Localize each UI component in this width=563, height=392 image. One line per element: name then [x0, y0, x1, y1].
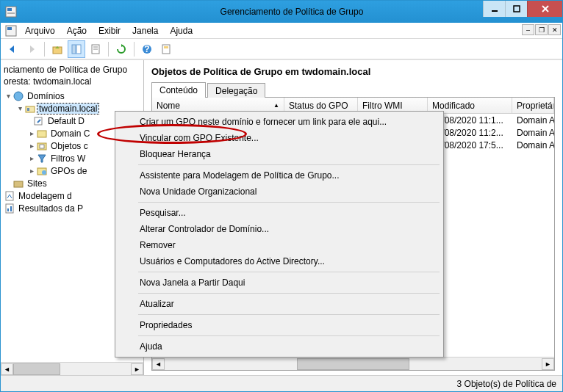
mdi-minimize-button[interactable]: – [522, 24, 534, 35]
results-icon [4, 203, 15, 214]
svg-rect-31 [7, 208, 9, 211]
cm-remover[interactable]: Remover [118, 237, 441, 253]
list-hscrollbar[interactable]: ◄ ► [152, 357, 554, 370]
cm-atualizar[interactable]: Atualizar [118, 296, 441, 312]
tree-forest: oresta: twdomain.local [1, 76, 143, 90]
cm-vincular-gpo[interactable]: Vincular com GPO Existente... [118, 130, 441, 146]
scroll-right-button[interactable]: ► [131, 363, 143, 375]
mdi-close-button[interactable]: ✕ [548, 24, 561, 35]
svg-rect-25 [40, 145, 44, 148]
starter-gpo-icon [36, 165, 48, 177]
back-button[interactable] [4, 40, 21, 58]
svg-rect-4 [514, 6, 520, 12]
cm-nova-ou[interactable]: Nova Unidade Organizacional [118, 184, 441, 200]
expand-icon[interactable]: ▸ [27, 129, 36, 137]
svg-rect-8 [7, 27, 12, 30]
svg-rect-17 [162, 45, 170, 54]
menu-exibir[interactable]: Exibir [93, 24, 126, 37]
svg-rect-32 [10, 206, 12, 211]
svg-rect-23 [37, 131, 46, 137]
collapse-icon[interactable]: ▾ [4, 92, 12, 100]
svg-rect-3 [492, 10, 498, 12]
svg-rect-30 [6, 204, 13, 213]
cm-alterar-dc[interactable]: Alterar Controlador de Domínio... [118, 221, 441, 237]
gpo-container-icon [36, 140, 48, 152]
cm-criar-gpo[interactable]: Criar um GPO neste domínio e fornecer um… [118, 114, 441, 130]
svg-rect-10 [72, 45, 76, 54]
cm-nova-janela[interactable]: Nova Janela a Partir Daqui [118, 275, 441, 291]
cm-pesquisar[interactable]: Pesquisar... [118, 205, 441, 221]
scroll-track[interactable] [165, 358, 542, 370]
minimize-button[interactable] [483, 1, 505, 17]
collapse-icon[interactable]: ▾ [15, 104, 24, 112]
maximize-button[interactable] [505, 1, 527, 17]
cm-bloquear-heranca[interactable]: Bloquear Herança [118, 146, 441, 162]
svg-rect-29 [6, 192, 13, 200]
domains-icon [12, 90, 24, 102]
svg-rect-18 [164, 46, 168, 48]
window-title: Gerenciamento de Política de Grupo [21, 7, 562, 17]
expand-icon[interactable]: ▸ [27, 142, 36, 150]
help-button[interactable]: ? [138, 40, 156, 58]
scroll-left-button[interactable]: ◄ [1, 363, 13, 375]
scroll-thumb[interactable] [13, 363, 60, 375]
expand-icon[interactable]: ▸ [27, 154, 36, 162]
toolbar: ? [1, 39, 562, 59]
svg-rect-1 [7, 8, 12, 11]
tab-conteudo[interactable]: Conteúdo [151, 82, 206, 98]
mdi-controls: – ❐ ✕ [522, 24, 561, 35]
cm-propriedades[interactable]: Propriedades [118, 317, 441, 333]
details-title: Objetos de Política de Grupo em twdomain… [147, 63, 559, 80]
menu-ajuda[interactable]: Ajuda [165, 24, 198, 37]
cm-separator [138, 293, 440, 294]
app-icon [1, 6, 21, 18]
options-button[interactable] [157, 40, 175, 58]
properties-icon[interactable] [87, 40, 104, 58]
scroll-right-button[interactable]: ► [542, 358, 554, 370]
titlebar: Gerenciamento de Política de Grupo [1, 1, 562, 23]
context-menu: Criar um GPO neste domínio e fornecer um… [115, 111, 444, 357]
col-proprietario[interactable]: Proprietário [512, 98, 554, 113]
cm-separator [138, 272, 440, 272]
forward-button[interactable] [23, 40, 40, 58]
cm-separator [138, 335, 440, 336]
sites-icon [12, 178, 24, 189]
modeling-icon [4, 190, 15, 202]
tabs: Conteúdo Delegação [151, 81, 555, 98]
app-window: Gerenciamento de Política de Grupo Arqui… [0, 0, 563, 392]
expand-icon[interactable]: ▸ [27, 167, 36, 175]
cm-assistente-modelagem[interactable]: Assistente para Modelagem de Política de… [118, 167, 441, 184]
cm-usuarios-computadores[interactable]: Usuários e Computadores do Active Direct… [118, 253, 441, 269]
scroll-left-button[interactable]: ◄ [152, 358, 165, 370]
svg-rect-20 [26, 106, 35, 112]
mdi-icon [4, 25, 18, 37]
mdi-restore-button[interactable]: ❐ [535, 24, 548, 35]
cm-separator [138, 314, 440, 315]
svg-point-19 [14, 92, 23, 101]
show-tree-button[interactable] [68, 40, 85, 58]
svg-rect-28 [14, 181, 23, 187]
ou-icon [36, 128, 48, 139]
svg-text:?: ? [144, 44, 149, 54]
cm-separator [138, 202, 440, 203]
up-folder-button[interactable] [49, 40, 66, 58]
svg-point-27 [42, 170, 46, 175]
close-button[interactable] [527, 1, 562, 17]
tree-heading: nciamento de Política de Grupo [1, 63, 143, 76]
tree-hscrollbar[interactable]: ◄ ► [1, 362, 143, 375]
tab-delegacao[interactable]: Delegação [207, 83, 265, 98]
window-controls [483, 1, 562, 17]
svg-rect-2 [7, 12, 15, 14]
cm-separator [138, 164, 440, 165]
menu-acao[interactable]: Ação [62, 24, 92, 37]
scroll-thumb[interactable] [297, 358, 410, 370]
menu-janela[interactable]: Janela [127, 24, 163, 37]
statusbar: 3 Objeto(s) de Política de [1, 375, 562, 391]
tree-node-dominios[interactable]: ▾ Domínios [1, 90, 143, 102]
cm-ajuda[interactable]: Ajuda [118, 338, 441, 355]
wmi-filter-icon [36, 153, 48, 164]
menu-arquivo[interactable]: Arquivo [20, 24, 60, 37]
status-text: 3 Objeto(s) de Política de [457, 379, 556, 389]
scroll-track[interactable] [13, 363, 131, 375]
refresh-button[interactable] [112, 40, 130, 58]
